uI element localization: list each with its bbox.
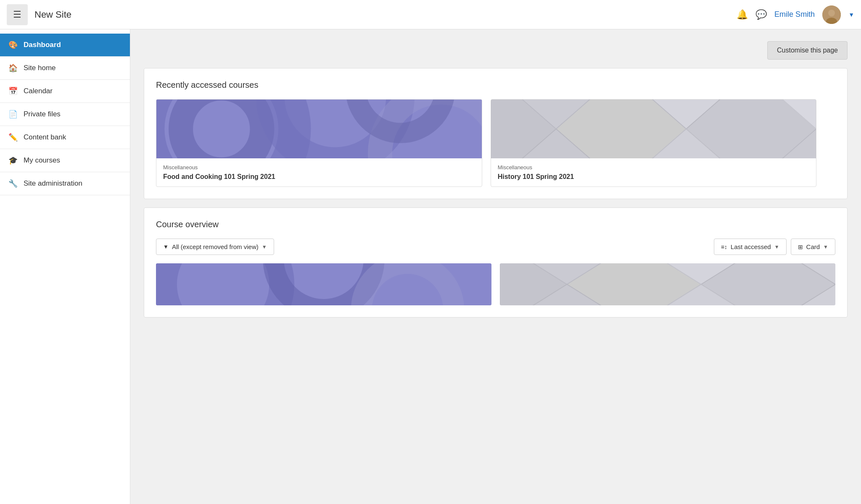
site-title: New Site xyxy=(34,9,737,20)
course-overview-section: Course overview ▼ All (except removed fr… xyxy=(144,207,848,318)
header: ☰ New Site 🔔 💬 Emile Smith ▼ xyxy=(0,0,861,29)
header-right: 🔔 💬 Emile Smith ▼ xyxy=(737,5,854,24)
view-dropdown-button[interactable]: ⊞ Card ▼ xyxy=(791,239,835,255)
sidebar-item-private-files[interactable]: 📄 Private files xyxy=(0,103,130,126)
course-name-food: Food and Cooking 101 Spring 2021 xyxy=(163,173,475,181)
sidebar-item-calendar[interactable]: 📅 Calendar xyxy=(0,80,130,103)
sidebar-item-label: Content bank xyxy=(24,133,66,142)
sidebar-item-label: Site home xyxy=(24,64,56,72)
file-icon: 📄 xyxy=(8,110,18,119)
dashboard-icon: 🎨 xyxy=(8,40,18,50)
recently-accessed-grid: Miscellaneous Food and Cooking 101 Sprin… xyxy=(156,99,835,187)
sort-chevron-icon: ▼ xyxy=(774,244,779,250)
recently-accessed-title: Recently accessed courses xyxy=(156,80,835,90)
user-dropdown-arrow[interactable]: ▼ xyxy=(848,11,854,18)
view-grid-icon: ⊞ xyxy=(798,244,803,250)
customise-page-button[interactable]: Customise this page xyxy=(767,41,848,60)
filter-chevron-icon: ▼ xyxy=(262,244,267,250)
calendar-icon: 📅 xyxy=(8,87,18,96)
sort-label: Last accessed xyxy=(731,243,771,250)
hamburger-icon: ☰ xyxy=(13,9,21,20)
bell-icon[interactable]: 🔔 xyxy=(737,9,748,20)
course-overview-title: Course overview xyxy=(156,220,835,229)
course-name-history: History 101 Spring 2021 xyxy=(498,173,810,181)
sidebar-item-label: Calendar xyxy=(24,87,53,95)
gray-diamonds-pattern xyxy=(491,100,816,158)
filter-icon: ▼ xyxy=(163,244,169,250)
overview-course-thumb-1[interactable] xyxy=(156,263,491,305)
course-thumbnail-history xyxy=(491,100,816,158)
overview-courses-grid xyxy=(156,263,835,305)
graduation-icon: 🎓 xyxy=(8,156,18,165)
sidebar-item-label: My courses xyxy=(24,156,60,165)
pencil-icon: ✏️ xyxy=(8,133,18,142)
filter-dropdown-button[interactable]: ▼ All (except removed from view) ▼ xyxy=(156,239,274,255)
sidebar-item-site-admin[interactable]: 🔧 Site administration xyxy=(0,172,130,195)
view-label: Card xyxy=(806,243,820,250)
filter-right-group: ≡↕ Last accessed ▼ ⊞ Card ▼ xyxy=(714,239,835,255)
chat-icon[interactable]: 💬 xyxy=(755,9,767,20)
sidebar-item-label: Dashboard xyxy=(24,41,61,49)
recently-accessed-section: Recently accessed courses xyxy=(144,68,848,199)
wrench-icon: 🔧 xyxy=(8,179,18,188)
layout: 🎨 Dashboard 🏠 Site home 📅 Calendar 📄 Pri… xyxy=(0,29,861,504)
overview-thumb-2-pattern xyxy=(500,263,835,305)
sidebar-item-label: Private files xyxy=(24,110,61,118)
sidebar-item-my-courses[interactable]: 🎓 My courses xyxy=(0,149,130,172)
course-card-history[interactable]: Miscellaneous History 101 Spring 2021 xyxy=(491,99,817,187)
sort-dropdown-button[interactable]: ≡↕ Last accessed ▼ xyxy=(714,239,787,255)
username-label[interactable]: Emile Smith xyxy=(774,10,815,19)
avatar-image xyxy=(822,5,841,24)
course-info-history: Miscellaneous History 101 Spring 2021 xyxy=(491,158,816,186)
svg-point-1 xyxy=(828,10,835,16)
sort-icon: ≡↕ xyxy=(721,244,727,250)
sidebar-item-dashboard[interactable]: 🎨 Dashboard xyxy=(0,34,130,57)
purple-circles-pattern xyxy=(156,100,482,158)
filter-label: All (except removed from view) xyxy=(172,243,259,250)
main-content: Customise this page Recently accessed co… xyxy=(130,29,861,504)
menu-button[interactable]: ☰ xyxy=(7,4,28,25)
sidebar: 🎨 Dashboard 🏠 Site home 📅 Calendar 📄 Pri… xyxy=(0,29,130,504)
avatar[interactable] xyxy=(822,5,841,24)
overview-thumb-1-pattern xyxy=(156,263,491,305)
sidebar-item-label: Site administration xyxy=(24,179,82,188)
course-card-food[interactable]: Miscellaneous Food and Cooking 101 Sprin… xyxy=(156,99,482,187)
overview-course-thumb-2[interactable] xyxy=(500,263,835,305)
course-category-history: Miscellaneous xyxy=(498,164,810,171)
sidebar-item-content-bank[interactable]: ✏️ Content bank xyxy=(0,126,130,149)
overview-filters: ▼ All (except removed from view) ▼ ≡↕ La… xyxy=(156,239,835,255)
home-icon: 🏠 xyxy=(8,63,18,73)
course-category-food: Miscellaneous xyxy=(163,164,475,171)
sidebar-item-site-home[interactable]: 🏠 Site home xyxy=(0,57,130,80)
course-thumbnail-food xyxy=(156,100,482,158)
course-info-food: Miscellaneous Food and Cooking 101 Sprin… xyxy=(156,158,482,186)
view-chevron-icon: ▼ xyxy=(823,244,828,250)
